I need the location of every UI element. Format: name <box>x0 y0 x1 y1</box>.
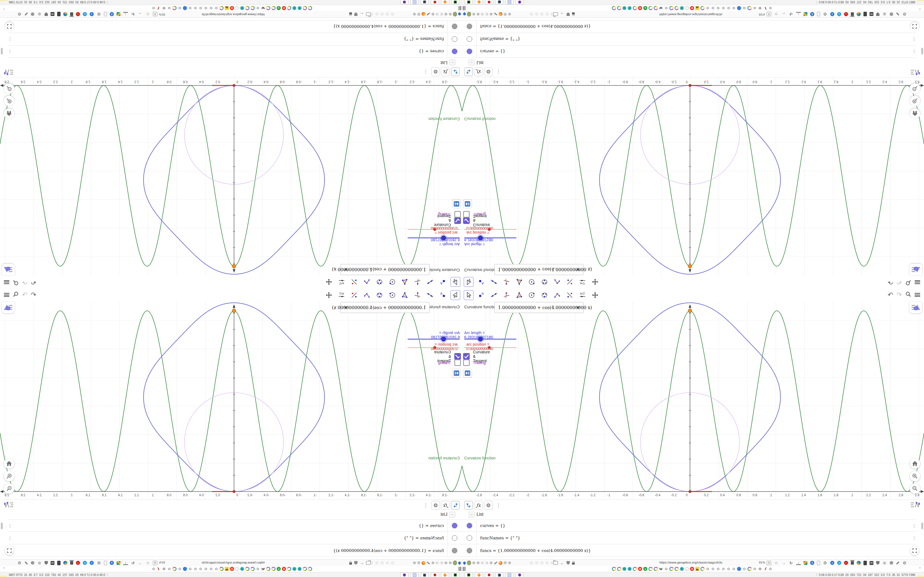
kebab-icon[interactable]: ⋮ <box>8 49 12 54</box>
pin-icon[interactable] <box>462 12 467 16</box>
arc-position-slider[interactable] <box>407 228 460 231</box>
zoom-out-button[interactable] <box>4 483 14 494</box>
firefox-icon[interactable] <box>422 12 425 16</box>
visibility-swatch[interactable] <box>467 548 472 553</box>
favicon-knot[interactable] <box>680 567 684 571</box>
zoom-in-button[interactable] <box>910 96 920 106</box>
taskbar-app-privacy[interactable] <box>515 572 523 577</box>
visibility-swatch[interactable] <box>467 24 472 29</box>
favicon-flower[interactable]: ✿ <box>753 567 757 571</box>
panel-more-button[interactable]: ⋮ <box>494 501 503 510</box>
algebra-row-curves[interactable]: curves = {}⋮ <box>8 45 462 58</box>
ablue-extension-icon[interactable]: A <box>810 12 814 16</box>
device-extension-icon[interactable] <box>57 12 60 16</box>
vB-extension-icon[interactable]: V <box>83 561 87 565</box>
arc-length-slider[interactable] <box>407 235 460 240</box>
scrollbar-thumb[interactable] <box>1 522 3 529</box>
favicon-knot[interactable] <box>297 6 302 10</box>
gear-icon[interactable]: ⚙ <box>504 12 507 16</box>
home-button[interactable] <box>910 458 920 469</box>
plusB-extension-icon[interactable]: + <box>830 12 834 16</box>
firefox-icon[interactable] <box>499 561 502 565</box>
avatar-icon[interactable] <box>453 561 457 565</box>
favicon-g[interactable] <box>173 567 176 571</box>
panel-more-button[interactable]: ⋮ <box>421 501 430 510</box>
favicon-knot[interactable] <box>628 567 632 571</box>
arrowR-extension-icon[interactable]: → <box>138 12 143 16</box>
algebra-view-button[interactable] <box>451 501 460 510</box>
favicon-flower[interactable]: ✿ <box>199 567 203 571</box>
favicon-vgreen[interactable]: v <box>643 567 647 571</box>
favicon-flower[interactable]: ✿ <box>199 6 203 10</box>
function-input[interactable]: 1.000000000000 + cos(4.00000000000 x) <box>341 302 430 313</box>
favicon-g[interactable] <box>654 6 658 10</box>
globe-icon[interactable]: ⊕ <box>413 12 416 16</box>
chevron-down-icon[interactable] <box>576 307 580 309</box>
favicon-g[interactable] <box>308 567 312 571</box>
favicon-g[interactable] <box>250 6 255 10</box>
favicon-g[interactable] <box>308 6 312 10</box>
hookL-icon[interactable]: ⊂ <box>481 561 484 565</box>
search-icon[interactable] <box>905 291 911 298</box>
favicon-flower[interactable]: ✿ <box>716 567 720 571</box>
function-tools-button[interactable]: ƒx <box>441 67 450 76</box>
arc-position-slider[interactable] <box>464 228 517 231</box>
folder-icon[interactable] <box>553 561 558 565</box>
firefox-icon[interactable] <box>422 561 425 565</box>
settings-button[interactable]: ⚙ <box>484 501 493 510</box>
globe-icon[interactable]: ⊕ <box>477 561 480 565</box>
arrowR-extension-icon[interactable]: → <box>781 12 786 16</box>
tool-point[interactable]: A <box>438 290 448 300</box>
favicon-gearDark[interactable]: ⚙ <box>758 6 762 10</box>
home-button[interactable] <box>910 108 920 119</box>
favicon-blueball[interactable] <box>183 567 187 571</box>
tool-point[interactable]: A <box>476 290 486 300</box>
function-tools-button[interactable]: ƒx <box>474 501 483 510</box>
favicon-wiki[interactable]: W <box>261 6 265 10</box>
wrench-extension-icon[interactable] <box>896 12 899 16</box>
tool-slider[interactable]: a=2 <box>577 290 587 300</box>
lock-icon[interactable] <box>572 12 575 15</box>
tool-perpendicular-line[interactable] <box>412 290 422 300</box>
taskbar-app-settings[interactable] <box>431 572 439 577</box>
function-input[interactable]: 1.000000000000 + cos(4.00000000000 x) <box>494 264 583 275</box>
favicon-info[interactable]: i <box>685 6 689 10</box>
tool-angle[interactable]: α <box>552 290 562 300</box>
taskbar-app-firefox[interactable] <box>441 572 449 577</box>
star-extension-icon[interactable]: ☆ <box>774 561 779 565</box>
algebra-view-button[interactable] <box>464 501 473 510</box>
taskbar-app-firefox[interactable] <box>441 0 449 5</box>
arc-length-slider[interactable] <box>464 337 517 342</box>
favicon-fita[interactable]: f <box>763 6 767 10</box>
favicon-blueball[interactable] <box>737 567 741 571</box>
taskbar-app-settings[interactable] <box>485 572 493 577</box>
taskbar-app-floppy[interactable]: 64 <box>410 0 418 5</box>
back-icon[interactable]: ← <box>360 12 364 16</box>
device-extension-icon[interactable] <box>864 561 867 565</box>
globe-icon[interactable]: ⊕ <box>444 12 448 16</box>
star-extension-icon[interactable]: ☆ <box>145 12 150 16</box>
settings-button[interactable]: ⚙ <box>431 501 440 510</box>
taskbar-app-settings[interactable] <box>485 0 493 5</box>
favicon-img[interactable] <box>225 567 229 571</box>
undo-icon[interactable]: ↶ <box>31 279 36 286</box>
tool-move-select[interactable] <box>451 290 460 300</box>
chevron-down-icon[interactable] <box>576 268 580 270</box>
visibility-swatch[interactable] <box>467 535 472 541</box>
favicon-g[interactable] <box>250 567 255 571</box>
reload-extension-icon[interactable]: ↻ <box>131 561 135 565</box>
extension-dot-icon[interactable] <box>546 13 548 15</box>
graphics-view[interactable]: -2.6-2.4-2.2-2-1.8-1.6-1.4-1.2-1-0.8-0.6… <box>0 301 462 500</box>
extension-dot-icon[interactable] <box>391 13 394 15</box>
ud-extension-icon[interactable]: UD <box>869 561 873 565</box>
vB-extension-icon[interactable]: V <box>837 12 841 16</box>
brush-extension-icon[interactable] <box>116 561 120 565</box>
visibility-swatch[interactable] <box>452 24 457 29</box>
ud-extension-icon[interactable]: UD <box>51 561 55 565</box>
favicon-g[interactable] <box>173 6 176 10</box>
extension-dot-icon[interactable] <box>381 13 383 15</box>
function-input[interactable]: 1.000000000000 + cos(4.00000000000 x) <box>341 264 430 275</box>
tool-line[interactable] <box>425 277 435 287</box>
tool-point[interactable]: A <box>438 277 448 287</box>
taskbar-app-floppy[interactable]: 64 <box>506 0 514 5</box>
